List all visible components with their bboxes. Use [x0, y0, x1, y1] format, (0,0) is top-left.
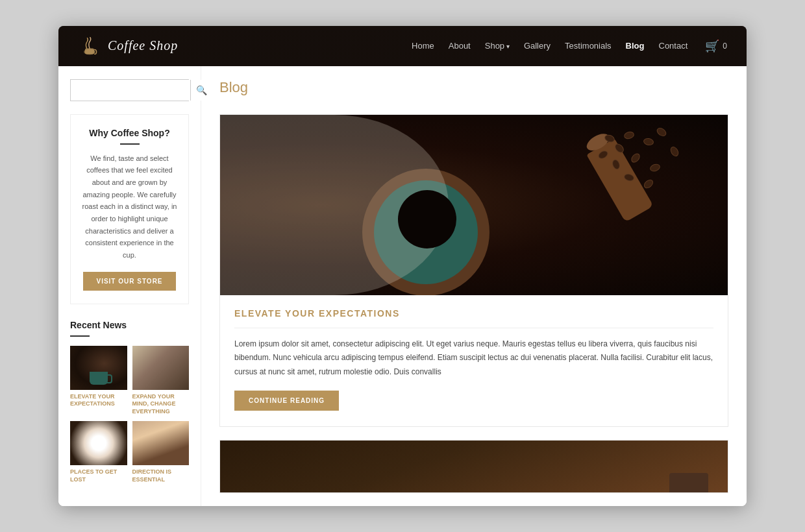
news-label-3: PLACES TO GET LOST	[70, 468, 127, 483]
nav-blog[interactable]: Blog	[626, 41, 645, 51]
bean	[614, 143, 625, 153]
search-bar: 🔍	[70, 79, 189, 101]
visit-store-button[interactable]: VISIT OUR STORE	[83, 272, 175, 291]
news-thumb-4	[132, 421, 190, 465]
bean	[670, 146, 680, 157]
blog-post-1: ELEVATE YOUR EXPECTATIONS Lorem ipsum do…	[219, 114, 728, 428]
logo-area: Coffee Shop	[78, 34, 178, 58]
why-title: Why Coffee Shop?	[81, 128, 178, 138]
news-item-4[interactable]: DIRECTION IS ESSENTIAL	[132, 421, 190, 483]
nav-gallery[interactable]: Gallery	[524, 41, 551, 51]
bean	[630, 152, 641, 163]
cart-icon: 🛒	[705, 39, 719, 53]
bean	[624, 173, 634, 181]
bean	[624, 131, 634, 139]
bean	[604, 134, 615, 143]
post-text: Lorem ipsum dolor sit amet, consectetur …	[234, 337, 713, 380]
main-content: 🔍 Why Coffee Shop? We find, taste and se…	[58, 66, 747, 507]
news-label-4: DIRECTION IS ESSENTIAL	[132, 468, 190, 483]
recent-news-section: Recent News ELEVATE YOUR EXPECTATIONS EX…	[70, 320, 189, 483]
news-label-1: ELEVATE YOUR EXPECTATIONS	[70, 393, 127, 408]
logo-text: Coffee Shop	[108, 38, 178, 53]
blog-post-2	[219, 440, 728, 493]
bean	[612, 159, 620, 169]
bean	[643, 178, 654, 189]
linen-cloth	[220, 115, 449, 295]
post-divider	[234, 328, 713, 328]
nav-testimonials[interactable]: Testimonials	[565, 41, 612, 51]
post-body: ELEVATE YOUR EXPECTATIONS Lorem ipsum do…	[220, 295, 728, 427]
post-2-hero	[220, 441, 728, 492]
why-box: Why Coffee Shop? We find, taste and sele…	[70, 114, 189, 304]
news-item-3[interactable]: PLACES TO GET LOST	[70, 421, 127, 483]
blog-title: Blog	[219, 79, 728, 103]
news-item-2[interactable]: EXPAND YOUR MIND, CHANGE EVERYTHING	[132, 346, 190, 416]
news-label-2: EXPAND YOUR MIND, CHANGE EVERYTHING	[132, 393, 190, 416]
continue-reading-button[interactable]: CONTINUE READING	[234, 391, 339, 411]
recent-news-title: Recent News	[70, 320, 189, 330]
cup-shape-1	[90, 372, 108, 385]
bean	[643, 138, 653, 145]
search-input[interactable]	[71, 80, 190, 101]
nav-contact[interactable]: Contact	[659, 41, 688, 51]
sidebar: 🔍 Why Coffee Shop? We find, taste and se…	[58, 66, 201, 507]
logo-icon	[78, 34, 101, 58]
news-thumb-2	[132, 346, 190, 390]
blog-content: Blog	[201, 66, 747, 507]
cart-count: 0	[723, 42, 727, 51]
svg-rect-1	[85, 48, 94, 54]
news-thumb-3	[70, 421, 127, 465]
coffee-beans	[573, 129, 702, 220]
site-header: Coffee Shop Home About Shop Gallery Test…	[58, 26, 747, 66]
news-grid: ELEVATE YOUR EXPECTATIONS EXPAND YOUR MI…	[70, 346, 189, 483]
recent-news-divider	[70, 335, 90, 337]
bean	[598, 150, 609, 160]
cart-area[interactable]: 🛒 0	[705, 39, 727, 53]
post-headline: ELEVATE YOUR EXPECTATIONS	[234, 308, 713, 319]
news-item-1[interactable]: ELEVATE YOUR EXPECTATIONS	[70, 346, 127, 416]
browser-window: Coffee Shop Home About Shop Gallery Test…	[58, 26, 747, 507]
nav-shop[interactable]: Shop	[485, 41, 510, 51]
main-nav: Home About Shop Gallery Testimonials Blo…	[412, 39, 727, 53]
post-hero-image	[220, 115, 728, 295]
bean	[650, 163, 660, 172]
why-text: We find, taste and select coffees that w…	[81, 152, 178, 261]
why-divider	[120, 143, 140, 145]
news-thumb-1	[70, 346, 127, 390]
nav-about[interactable]: About	[449, 41, 471, 51]
bean	[656, 127, 667, 137]
coffee-hero-image	[220, 115, 728, 295]
nav-home[interactable]: Home	[412, 41, 434, 51]
